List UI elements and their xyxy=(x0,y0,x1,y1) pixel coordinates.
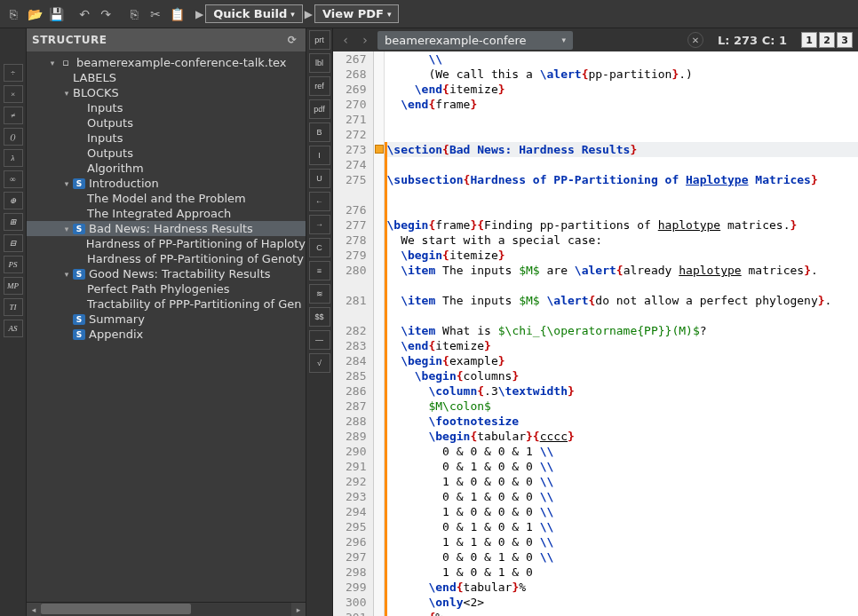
symbol-button[interactable]: ⊕ xyxy=(4,192,23,209)
view-button-2[interactable]: 2 xyxy=(819,32,835,48)
editor-tool-button[interactable]: B xyxy=(309,122,330,142)
new-file-icon[interactable]: ⎘ xyxy=(4,4,23,24)
editor-tool-button[interactable]: lbl xyxy=(309,53,330,73)
editor-tool-button[interactable]: $$ xyxy=(309,307,330,327)
section-icon: S xyxy=(73,329,85,340)
view-pdf-button[interactable]: View PDF▾ xyxy=(314,4,399,23)
cut-icon[interactable]: ✂ xyxy=(146,4,165,24)
editor-tool-button[interactable]: I xyxy=(309,146,330,165)
tree-row[interactable]: Outputs xyxy=(27,146,306,161)
symbol-button[interactable]: ⊞ xyxy=(4,213,23,231)
tree-row[interactable]: LABELS xyxy=(27,70,306,85)
editor-tool-button[interactable]: ref xyxy=(309,76,330,96)
view-run-icon[interactable]: ▶ xyxy=(305,8,313,20)
middle-tool-strip: prtlblrefpdfBIU←→C≡≋$$—√ xyxy=(306,28,333,616)
view-selector: 123 xyxy=(801,32,853,48)
document-tab[interactable]: beamerexample-confere ▾ xyxy=(377,31,573,50)
tree-row[interactable]: ▾SIntroduction xyxy=(27,176,306,191)
editor-tool-button[interactable]: ≡ xyxy=(309,261,330,280)
fold-column[interactable] xyxy=(374,51,385,616)
change-marker xyxy=(385,142,387,616)
editor-tool-button[interactable]: ← xyxy=(309,192,330,211)
tree-row[interactable]: SSummary xyxy=(27,312,306,327)
tree-row[interactable]: The Model and the Problem xyxy=(27,191,306,206)
copy-icon[interactable]: ⎘ xyxy=(124,4,144,24)
nav-forward-icon[interactable]: › xyxy=(358,33,372,47)
structure-panel: STRUCTURE ⟳ ▾▫beamerexample-conference-t… xyxy=(27,28,306,616)
tree-row[interactable]: ▾SGood News: Tractability Results xyxy=(27,266,306,281)
view-button-3[interactable]: 3 xyxy=(837,32,853,48)
tree-row[interactable]: Algorithm xyxy=(27,161,306,176)
quick-build-button[interactable]: Quick Build▾ xyxy=(205,4,303,23)
refresh-icon[interactable]: ⟳ xyxy=(284,32,300,48)
scroll-left-icon[interactable]: ◂ xyxy=(27,603,41,616)
symbol-button[interactable]: MP xyxy=(4,277,23,295)
symbol-button[interactable]: TI xyxy=(4,298,23,316)
tex-file-icon: ▫ xyxy=(59,57,73,69)
tree-row[interactable]: ▾▫beamerexample-conference-talk.tex xyxy=(27,55,306,70)
symbol-button[interactable]: ∞ xyxy=(4,170,23,188)
cursor-position: L: 273 C: 1 xyxy=(718,34,787,47)
structure-title: STRUCTURE xyxy=(32,34,107,46)
editor-tabbar: ‹ › beamerexample-confere ▾ ✕ L: 273 C: … xyxy=(333,28,858,51)
symbol-button[interactable]: ÷ xyxy=(4,64,23,82)
open-file-icon[interactable]: 📂 xyxy=(25,4,44,24)
main-toolbar: ⎘ 📂 💾 ↶ ↷ ⎘ ✂ 📋 ▶ Quick Build▾ ▶ View PD… xyxy=(0,0,858,28)
chevron-down-icon: ▾ xyxy=(561,36,566,44)
symbol-button[interactable]: ≠ xyxy=(4,107,23,124)
section-icon: S xyxy=(73,178,85,189)
tree-row[interactable]: ▾BLOCKS xyxy=(27,85,306,100)
editor-tool-button[interactable]: pdf xyxy=(309,99,330,119)
view-button-1[interactable]: 1 xyxy=(801,32,817,48)
editor-tool-button[interactable]: prt xyxy=(309,30,330,50)
undo-icon[interactable]: ↶ xyxy=(75,4,94,24)
scroll-right-icon[interactable]: ▸ xyxy=(291,603,306,616)
symbol-button[interactable]: × xyxy=(4,85,23,103)
section-icon: S xyxy=(73,224,85,234)
editor-body[interactable]: 267268269270271272273274275 276277278279… xyxy=(333,51,858,616)
section-icon: S xyxy=(73,314,85,325)
nav-back-icon[interactable]: ‹ xyxy=(338,33,353,47)
structure-tree[interactable]: ▾▫beamerexample-conference-talk.texLABEL… xyxy=(27,51,306,602)
structure-header: STRUCTURE ⟳ xyxy=(27,28,306,51)
left-symbol-strip: ÷×≠()λ∞⊕⊞⊟PSMPTIAS xyxy=(0,28,27,616)
section-icon: S xyxy=(73,269,85,280)
symbol-button[interactable]: λ xyxy=(4,149,23,167)
tree-row[interactable]: Tractability of PPP-Partitioning of Gen xyxy=(27,296,306,312)
editor-tool-button[interactable]: U xyxy=(309,169,330,188)
save-icon[interactable]: 💾 xyxy=(46,4,66,24)
editor-tool-button[interactable]: √ xyxy=(309,353,330,373)
editor-tool-button[interactable]: ≋ xyxy=(309,284,330,304)
symbol-button[interactable]: PS xyxy=(4,256,23,273)
tree-row[interactable]: Perfect Path Phylogenies xyxy=(27,281,306,296)
code-area[interactable]: \\ (We call this a \alert{pp-partition}.… xyxy=(385,51,858,616)
line-gutter: 267268269270271272273274275 276277278279… xyxy=(333,51,374,616)
tree-row[interactable]: Inputs xyxy=(27,100,306,115)
build-run-icon[interactable]: ▶ xyxy=(195,8,203,20)
tree-row[interactable]: Hardness of PP-Partitioning of Haploty xyxy=(27,236,306,251)
tree-row[interactable]: Outputs xyxy=(27,115,306,130)
symbol-button[interactable]: ⊟ xyxy=(4,234,23,252)
tree-row[interactable]: Hardness of PP-Partitioning of Genoty xyxy=(27,251,306,266)
tree-row[interactable]: SAppendix xyxy=(27,327,306,342)
editor-tool-button[interactable]: C xyxy=(309,238,330,257)
close-tab-icon[interactable]: ✕ xyxy=(687,32,703,48)
tree-row[interactable]: The Integrated Approach xyxy=(27,206,306,221)
tree-row[interactable]: ▾SBad News: Hardness Results xyxy=(27,221,306,236)
paste-icon[interactable]: 📋 xyxy=(167,4,187,24)
symbol-button[interactable]: AS xyxy=(4,320,23,337)
editor-tool-button[interactable]: — xyxy=(309,330,330,350)
editor-area: ‹ › beamerexample-confere ▾ ✕ L: 273 C: … xyxy=(333,28,858,616)
structure-scrollbar[interactable]: ◂ ▸ xyxy=(27,602,306,616)
document-tab-label: beamerexample-confere xyxy=(385,34,527,47)
editor-tool-button[interactable]: → xyxy=(309,215,330,234)
tree-row[interactable]: Inputs xyxy=(27,130,306,146)
symbol-button[interactable]: () xyxy=(4,128,23,146)
redo-icon[interactable]: ↷ xyxy=(96,4,115,24)
